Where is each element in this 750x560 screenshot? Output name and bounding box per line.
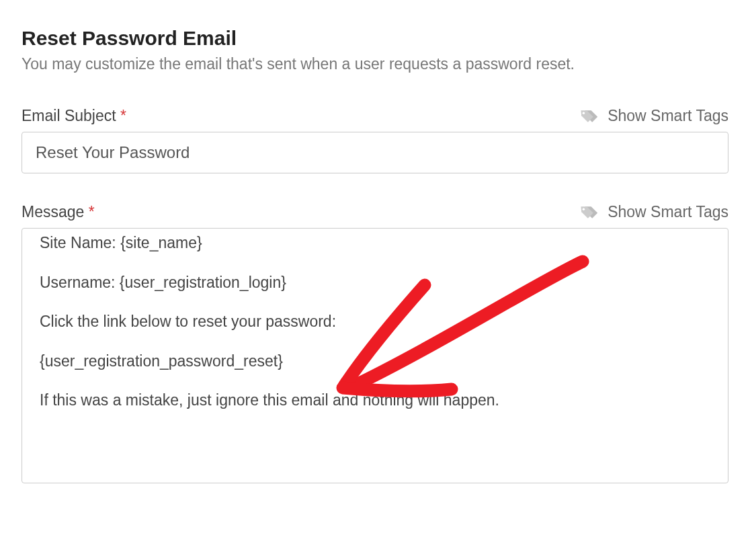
message-line: Click the link below to reset your passw… [40,310,710,333]
message-label-text: Message [22,203,84,221]
show-smart-tags-label: Show Smart Tags [608,203,728,221]
message-line: Site Name: {site_name} [40,231,710,255]
required-marker: * [89,203,95,221]
required-marker: * [120,107,126,124]
show-smart-tags-subject[interactable]: Show Smart Tags [579,107,728,125]
svg-point-1 [583,208,585,210]
svg-point-0 [583,112,585,114]
message-line: {user_registration_password_reset} [40,350,710,373]
message-line: Username: {user_registration_login} [40,271,710,294]
tags-icon [579,108,601,124]
message-field: Message * Show Smart Tags Site Name: {si… [22,203,728,483]
section-description: You may customize the email that's sent … [22,54,728,75]
show-smart-tags-label: Show Smart Tags [608,107,728,125]
tags-icon [579,204,601,221]
show-smart-tags-message[interactable]: Show Smart Tags [579,203,728,221]
email-subject-label: Email Subject * [22,107,126,125]
email-subject-label-text: Email Subject [22,107,116,124]
message-line: If this was a mistake, just ignore this … [40,389,710,412]
email-subject-field: Email Subject * Show Smart Tags [22,107,728,173]
message-textarea[interactable]: Site Name: {site_name} Username: {user_r… [22,228,728,483]
section-title: Reset Password Email [22,27,728,50]
message-label: Message * [22,203,95,221]
email-subject-input[interactable] [22,132,728,173]
